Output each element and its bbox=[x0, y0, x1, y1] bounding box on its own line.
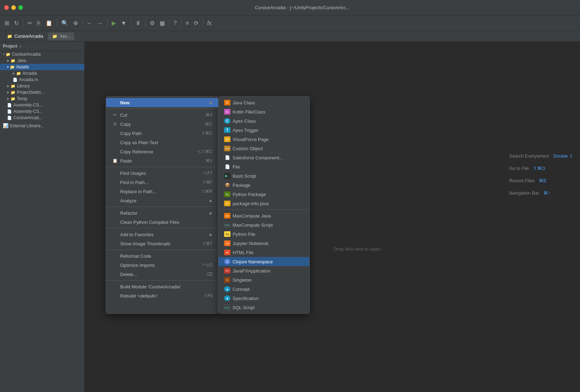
tree-item-idea[interactable]: ▶ 📁 .idea bbox=[0, 57, 84, 64]
find-btn[interactable]: 🔍 bbox=[60, 18, 70, 28]
shortcut-key-recent: ⌘E bbox=[539, 178, 547, 183]
tree-label-temp: Temp bbox=[17, 96, 27, 101]
menu-item-show-image[interactable]: Show Image Thumbnails ⇧⌘T bbox=[106, 239, 218, 248]
submenu-item-html[interactable]: H HTML File bbox=[218, 248, 309, 257]
tree-item-projectsettings[interactable]: ▶ 📁 ProjectSettin... bbox=[0, 89, 84, 96]
menu-item-clean-python[interactable]: Clean Python Compiled Files bbox=[106, 218, 218, 227]
nav-forward-btn[interactable]: → bbox=[95, 19, 105, 28]
analyze-arrow: ▶ bbox=[210, 199, 212, 203]
submenu-item-python-package[interactable]: Py Python Package bbox=[218, 190, 309, 199]
menu-item-find-usages[interactable]: Find Usages ⌥F7 bbox=[106, 169, 218, 178]
maximize-button[interactable] bbox=[18, 5, 23, 10]
copy-btn[interactable]: ⎘ bbox=[35, 19, 42, 28]
back-btn[interactable]: ✂ bbox=[26, 18, 34, 28]
tab-icon-folder2: 📁 bbox=[52, 34, 57, 39]
clean-python-icon bbox=[112, 219, 118, 225]
submenu-item-singleton[interactable]: S Singleton bbox=[218, 275, 309, 284]
tree-item-assets[interactable]: ▾ 📁 Assets bbox=[0, 64, 84, 70]
submenu-item-package[interactable]: 📦 Package bbox=[218, 180, 309, 190]
submenu-item-maxcompute-script[interactable]: SQL MaxCompute Script bbox=[218, 220, 309, 229]
tree-item-arcadia[interactable]: ▶ 📁 Arcadia bbox=[0, 70, 84, 76]
menu-label-find-in-path: Find in Path... bbox=[120, 180, 194, 185]
tab-ass[interactable]: 📁 Ass... bbox=[48, 32, 74, 40]
menu-label-rebuild: Rebuild '<default>' bbox=[120, 293, 196, 299]
menu-item-optimize-imports[interactable]: Optimize Imports ^⌥O bbox=[106, 261, 218, 270]
paste-btn[interactable]: 📋 bbox=[44, 18, 54, 28]
minimize-button[interactable] bbox=[11, 5, 16, 10]
submenu-item-clojure[interactable]: λ Clojure Namespace bbox=[218, 257, 309, 266]
submenu-label-vf: VisualForce Page bbox=[233, 137, 304, 142]
tree-item-external[interactable]: 📊 External Librarie... bbox=[0, 122, 84, 129]
submenu-item-apex-class[interactable]: C Apex Class bbox=[218, 116, 309, 125]
toolbar-divider-9 bbox=[203, 19, 203, 27]
menu-item-copy-plain[interactable]: Copy as Plain Text bbox=[106, 138, 218, 147]
tree-item-temp[interactable]: ▶ 📁 Temp bbox=[0, 96, 84, 102]
singleton-icon: S bbox=[224, 277, 230, 283]
dropdown-btn[interactable]: ▼ bbox=[119, 19, 128, 28]
menu-item-add-favorites[interactable]: Add to Favorites ▶ bbox=[106, 230, 218, 239]
refactor-icon bbox=[112, 210, 118, 216]
submenu-item-sql[interactable]: SQL SQL Script bbox=[218, 303, 309, 312]
sidebar-chevron-icon: ▾ bbox=[19, 44, 21, 48]
formula-btn[interactable]: fx bbox=[205, 19, 213, 28]
menu-label-copy-plain: Copy as Plain Text bbox=[120, 140, 212, 145]
tree-item-library[interactable]: ▶ 📁 Library bbox=[0, 83, 84, 89]
submenu-item-javafx[interactable]: FX JavaFXApplication bbox=[218, 266, 309, 275]
nav-back-btn[interactable]: ← bbox=[85, 19, 94, 28]
submenu-item-java-class[interactable]: C Java Class bbox=[218, 98, 309, 107]
menu-label-paste: Paste bbox=[120, 158, 197, 164]
sidebar-toggle-btn[interactable]: ⊞ bbox=[3, 18, 11, 28]
submenu-item-specification[interactable]: ● Specification bbox=[218, 294, 309, 303]
submenu-item-apex-trigger[interactable]: T Apex Trigger bbox=[218, 125, 309, 135]
menu-item-copy-path[interactable]: Copy Path ⇧⌘C bbox=[106, 129, 218, 138]
menu-item-copy[interactable]: ⎘ Copy ⌘C bbox=[106, 120, 218, 129]
editor-btn[interactable]: ≡ bbox=[184, 19, 191, 28]
run-btn[interactable]: ▶ bbox=[110, 18, 118, 28]
menu-item-reformat[interactable]: Reformat Code bbox=[106, 251, 218, 261]
submenu-item-custom-object[interactable]: CO Custom Object bbox=[218, 144, 309, 153]
submenu-item-kotlin[interactable]: K Kotlin File/Class bbox=[218, 107, 309, 116]
submenu-item-maxcompute-java[interactable]: MJ MaxCompute Java bbox=[218, 211, 309, 220]
submenu-item-jupyter[interactable]: Jn Jupyter Notebook bbox=[218, 239, 309, 248]
menu-divider-5 bbox=[106, 250, 218, 250]
menu-item-analyze[interactable]: Analyze ▶ bbox=[106, 196, 218, 205]
tab-label: CursiveArcadia bbox=[14, 34, 43, 39]
file-icon-assemblycs2: 📄 bbox=[7, 109, 12, 114]
tree-item-assemblycs1[interactable]: 📄 Assembly-CS... bbox=[0, 102, 84, 108]
traffic-lights bbox=[4, 5, 23, 10]
menu-item-rebuild[interactable]: Rebuild '<default>' ⇧F9 bbox=[106, 291, 218, 300]
shortcut-copy-path: ⇧⌘C bbox=[202, 131, 212, 136]
submenu-item-sf-component[interactable]: 📄 Salesforce Component... bbox=[218, 153, 309, 162]
tree-item-cursivearcad[interactable]: 📄 CursiveArcad... bbox=[0, 115, 84, 121]
submenu-item-vf[interactable]: VF VisualForce Page bbox=[218, 135, 309, 144]
submenu-item-concept[interactable]: ● Concept bbox=[218, 284, 309, 294]
menu-item-delete[interactable]: Delete... ⌫ bbox=[106, 270, 218, 279]
menu-item-new[interactable]: New ▶ bbox=[106, 98, 218, 107]
vcs-btn[interactable]: ⟳ bbox=[192, 18, 200, 28]
bar-chart-icon: 📊 bbox=[3, 123, 8, 128]
shortcut-label-search: Search Everywhere bbox=[509, 153, 549, 159]
submenu-item-file[interactable]: 📄 File bbox=[218, 162, 309, 171]
help-btn[interactable]: ? bbox=[172, 19, 179, 28]
menu-item-cut[interactable]: ✂ Cut ⌘X bbox=[106, 110, 218, 120]
refresh-btn[interactable]: ↻ bbox=[12, 18, 20, 28]
submenu-item-python-file[interactable]: Py Python File bbox=[218, 229, 309, 239]
tree-item-assemblycs2[interactable]: 📄 Assembly-CS... bbox=[0, 108, 84, 115]
tree-item-root[interactable]: ▾ 📁 CursiveArcadia bbox=[0, 51, 84, 57]
layout-btn[interactable]: ▦ bbox=[158, 18, 167, 28]
tab-cursivearcadia[interactable]: 📁 CursiveArcadia bbox=[3, 32, 47, 40]
menu-item-refactor[interactable]: Refactor ▶ bbox=[106, 208, 218, 218]
menu-item-build-module[interactable]: Build Module 'CursiveArcadia' bbox=[106, 282, 218, 291]
submenu-item-bash[interactable]: ▶_ Bash Script bbox=[218, 171, 309, 180]
menu-item-find-in-path[interactable]: Find in Path... ⇧⌘F bbox=[106, 178, 218, 187]
search2-btn[interactable]: ⊕ bbox=[72, 18, 80, 28]
submenu-label-sql: SQL Script bbox=[233, 305, 304, 310]
tree-item-arcadiameta[interactable]: 📄 Arcadia.m bbox=[0, 76, 84, 83]
menu-item-copy-ref[interactable]: Copy Reference ⌥⇧⌘C bbox=[106, 147, 218, 156]
menu-item-paste[interactable]: 📋 Paste ⌘V bbox=[106, 156, 218, 165]
stop-btn[interactable]: ⏸ bbox=[134, 19, 143, 28]
settings-btn[interactable]: ⚙ bbox=[148, 18, 156, 28]
menu-item-replace-in-path[interactable]: Replace in Path... ⇧⌘R bbox=[106, 187, 218, 196]
close-button[interactable] bbox=[4, 5, 9, 10]
submenu-item-pkg-info[interactable]: Pi package-info.java bbox=[218, 199, 309, 208]
